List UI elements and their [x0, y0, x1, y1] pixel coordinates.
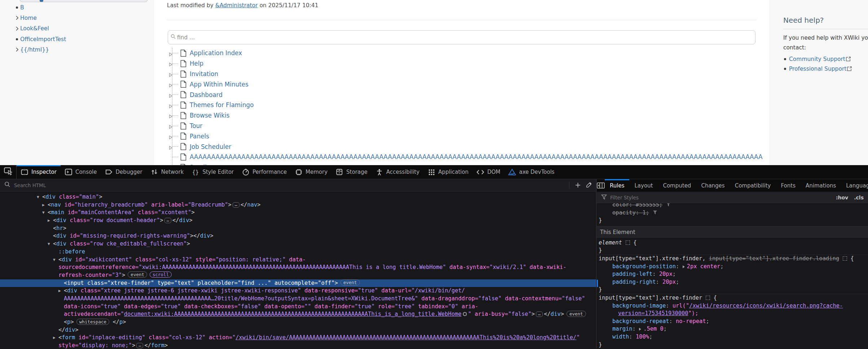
rule-line[interactable]: } [597, 341, 868, 349]
sidebar-tab-animations[interactable]: Animations [801, 179, 841, 192]
markup-line[interactable]: sourcedocumentreference="xwiki:AAAAAAAAA… [0, 264, 596, 271]
tree-finder-input[interactable]: find ... [168, 30, 755, 44]
devtools-tab-style-editor[interactable]: {}Style Editor [188, 165, 238, 179]
markup-line[interactable]: ▼<div class="row cke_editable_fullscreen… [0, 240, 596, 248]
markup-line[interactable]: activedescendant="document:xwiki:AAAAAAA… [0, 310, 596, 318]
twisty-open-icon[interactable]: ▼ [48, 240, 53, 248]
rule-line[interactable]: color: #555555; [597, 203, 868, 209]
tree-expander-icon[interactable] [169, 103, 173, 110]
devtools-tab-network[interactable]: Network [146, 165, 188, 179]
rule-line[interactable]: input[type="text"].xtree-finder, input[t… [597, 255, 868, 263]
twisty-open-icon[interactable]: ▼ [53, 256, 58, 264]
devtools-tab-axe-devtools[interactable]: axaxe DevTools [504, 165, 558, 179]
sidebar-tab-changes[interactable]: Changes [696, 179, 730, 192]
rule-line[interactable]: } [597, 217, 868, 225]
chevron-right-icon[interactable] [14, 47, 19, 52]
tree-node-link[interactable]: Job Scheduler [190, 143, 231, 150]
ellipsis-badge[interactable]: … [164, 218, 171, 223]
sidebar-tab-rules[interactable]: Rules [605, 179, 629, 192]
tree-node-link[interactable]: Invitation [190, 70, 218, 78]
tree-node-link[interactable]: Application Index [190, 49, 242, 57]
rule-line[interactable]: input[type="text"].xtree-finder { [597, 294, 868, 302]
twisty-closed-icon[interactable]: ▶ [53, 334, 58, 342]
collapse-sidebar-button[interactable] [597, 179, 605, 192]
sidebar-item[interactable]: {{/html}} [0, 44, 154, 55]
tree-expander-icon[interactable] [169, 61, 173, 68]
tree-node-link[interactable]: Tour [190, 122, 202, 129]
sidebar-tab-computed[interactable]: Computed [658, 179, 696, 192]
markup-line[interactable]: </div> [0, 326, 596, 334]
markup-line[interactable]: ▶<nav id="hierarchy_breadcrumb" aria-lab… [0, 201, 596, 209]
rule-line[interactable]: } [597, 286, 868, 294]
tree-expander-icon[interactable] [169, 145, 173, 151]
sidebar-tab-compatibility[interactable]: Compatibility [730, 179, 776, 192]
event-badge[interactable]: event [567, 311, 586, 317]
sidebar-item-link[interactable]: OfficeImportTest [20, 36, 66, 43]
tree-expander-icon[interactable] [169, 134, 173, 141]
sidebar-item-link[interactable]: Look&Feel [20, 25, 49, 32]
selector-highlighter-icon[interactable] [843, 256, 847, 261]
markup-line[interactable]: ▶<div class="row document-header">…</div… [0, 217, 596, 225]
ellipsis-badge[interactable]: … [136, 343, 143, 348]
markup-line[interactable]: AAAAAAAAAAAAAAAAAAAAAAAAAAAAAAAAAAAAAAAA… [0, 295, 596, 303]
markup-line[interactable]: <p>whitespace </p> [0, 318, 596, 326]
sidebar-item[interactable]: OfficeImportTest [0, 34, 154, 44]
rule-line[interactable]: background-repeat: no-repeat; [597, 318, 868, 326]
twisty-closed-icon[interactable]: ▶ [48, 217, 53, 225]
devtools-tab-application[interactable]: Application [423, 165, 472, 179]
filter-styles-input[interactable]: Filter Styles [610, 195, 639, 200]
tree-expander-icon[interactable] [169, 124, 173, 131]
tree-node-link[interactable]: App Within Minutes [190, 81, 248, 88]
ellipsis-badge[interactable]: … [536, 312, 543, 317]
tree-node-link[interactable]: Help [190, 60, 203, 67]
selector-highlighter-icon[interactable] [626, 240, 630, 245]
rule-line[interactable]: padding-left: 20px; [597, 270, 868, 278]
devtools-tab-storage[interactable]: Storage [331, 165, 371, 179]
devtools-tab-debugger[interactable]: Debugger [101, 165, 146, 179]
pick-element-button[interactable] [0, 165, 17, 179]
markup-line[interactable]: data-icons="true" data-edges="true" data… [0, 303, 596, 311]
markup-line[interactable]: ▶<div class="xtree jstree jstree-6 jstre… [0, 287, 596, 295]
event-badge[interactable]: event [128, 271, 147, 278]
ellipsis-badge[interactable]: … [233, 202, 239, 208]
devtools-tab-accessibility[interactable]: Accessibility [371, 165, 423, 179]
tree-node-link[interactable]: Panels [190, 133, 209, 140]
twisty-open-icon[interactable]: ▼ [42, 209, 48, 217]
tree-node-link[interactable]: Dashboard [190, 91, 222, 98]
rule-line[interactable]: background-image: url("/xwiki/resources/… [597, 302, 868, 310]
tree-expander-icon[interactable] [169, 82, 173, 89]
tree-expander-icon[interactable] [169, 51, 173, 58]
select-node-icon[interactable] [463, 311, 467, 319]
markup-line-selected[interactable]: <input class="xtree-finder" type="text" … [0, 279, 596, 287]
sidebar-tab-layout[interactable]: Layout [629, 179, 658, 192]
sidebar-item-link[interactable]: Home [20, 15, 37, 21]
help-link[interactable]: Community Support [789, 56, 845, 62]
tree-expander-icon[interactable] [169, 72, 173, 79]
sidebar-item[interactable]: Look&Feel [0, 23, 154, 34]
markup-line[interactable]: ▼<main id="mainContentArea" class="xcont… [0, 209, 596, 217]
rule-line[interactable]: element { [597, 239, 868, 247]
rule-line[interactable]: width: 100%; [597, 333, 868, 341]
rule-line[interactable]: padding-right: 20px; [597, 278, 868, 286]
sidebar-item-link[interactable]: {{/html}} [20, 47, 49, 53]
twisty-open-icon[interactable]: ▼ [37, 193, 42, 201]
sidebar-item-link[interactable]: B [20, 4, 24, 11]
scroll-badge[interactable]: scroll [150, 271, 172, 278]
twisty-closed-icon[interactable]: ▶ [42, 201, 48, 209]
modified-user-link[interactable]: &Administrator [215, 2, 258, 9]
markup-line[interactable]: <div id="missing-required-rights-warning… [0, 232, 596, 240]
eyedropper-button[interactable] [583, 181, 594, 190]
event-badge[interactable]: event [340, 279, 360, 286]
sidebar-tab-fonts[interactable]: Fonts [776, 179, 800, 192]
twisty-closed-icon[interactable]: ▶ [58, 287, 64, 295]
overridden-filter-icon[interactable] [653, 209, 657, 217]
rule-line[interactable]: background-position: 2px center; [597, 263, 868, 271]
markup-line[interactable]: style="display: none;">…</form> [0, 342, 596, 349]
markup-line[interactable]: ▼<div id="xwikicontent" class="col-xs-12… [0, 256, 596, 264]
sidebar-tab-language[interactable]: Language [841, 179, 868, 192]
tree-node-link[interactable]: AAAAAAAAAAAAAAAAAAAAAAAAAAAAAAAAAAAAAAAA… [190, 153, 763, 160]
sidebar-item[interactable]: B [0, 2, 154, 13]
tree-node-link[interactable]: Themes for Flamingo [190, 101, 254, 109]
whitespace-badge[interactable]: whitespace [76, 319, 109, 325]
expand-value-icon[interactable] [639, 328, 641, 331]
